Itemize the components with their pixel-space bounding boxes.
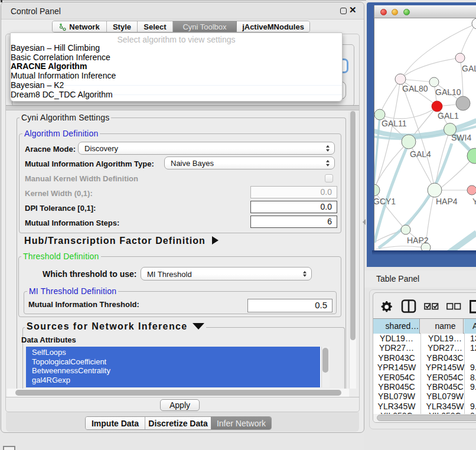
svg-text:SWI4: SWI4 bbox=[451, 133, 471, 142]
svg-text:GAL11: GAL11 bbox=[382, 119, 407, 128]
svg-text:GAL7: GAL7 bbox=[462, 64, 476, 73]
svg-text:GAL1: GAL1 bbox=[438, 111, 459, 120]
svg-text:GAL4: GAL4 bbox=[410, 149, 431, 159]
svg-text:GCY1: GCY1 bbox=[374, 197, 396, 206]
svg-text:GAL10: GAL10 bbox=[435, 87, 461, 97]
svg-text:GAL80: GAL80 bbox=[402, 84, 428, 93]
svg-text:HAP4: HAP4 bbox=[436, 197, 458, 206]
svg-text:HAP2: HAP2 bbox=[407, 236, 429, 245]
svg-text:Y: Y bbox=[472, 197, 476, 206]
